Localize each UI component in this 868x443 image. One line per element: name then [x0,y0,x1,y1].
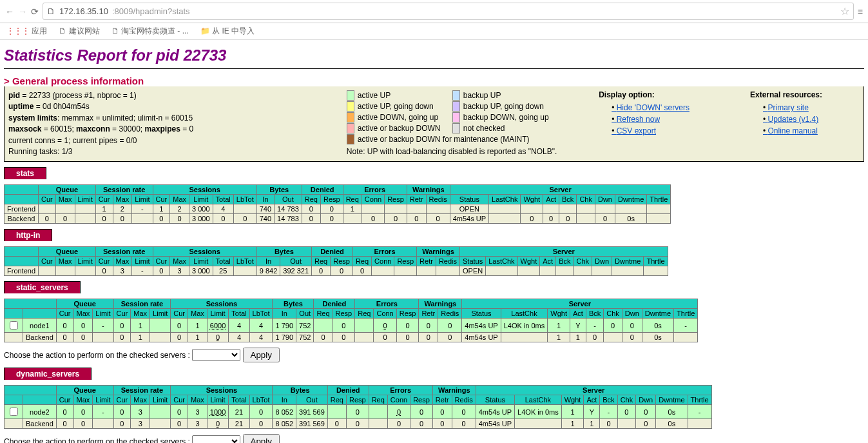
cell: 0 [622,319,642,333]
action-select[interactable] [192,435,240,443]
forward-icon[interactable]: → [18,6,27,17]
col-name [5,195,39,204]
col-group: Server [450,185,671,195]
star-icon[interactable]: ☆ [840,5,849,17]
col-Req: Req [369,395,387,405]
cell: 0 [352,266,371,276]
cell [540,266,556,276]
cell: 0 [56,319,73,333]
menu-icon[interactable]: ≡ [858,6,863,17]
table-title-http-in[interactable]: http-in [4,229,52,241]
row-label[interactable]: Frontend [5,204,39,214]
reload-icon[interactable]: ⟳ [31,6,39,17]
apply-button[interactable]: Apply [243,348,280,362]
cell: - [600,405,617,419]
cell [647,214,671,224]
swatch-bdng [452,112,460,123]
cell: 0 [636,419,656,429]
row-label[interactable]: node1 [23,319,57,333]
col-group: Errors [343,185,407,195]
col-Retr: Retr [419,309,438,319]
col-group: Bytes [273,386,327,395]
cell: 0 [171,333,188,342]
action-select[interactable] [192,349,240,361]
col-Req: Req [302,195,320,204]
col-LastChk: LastChk [501,309,548,319]
row-label[interactable]: Frontend [5,266,39,276]
link-refresh[interactable]: Refresh now [612,113,708,125]
col-LastChk: LastChk [515,395,562,405]
url-bar[interactable]: 🗋 172.16.35.10:8009/hpadmin?stats ☆ [43,3,854,20]
col-Wght: Wght [548,309,570,319]
link-updates[interactable]: Updates (v1.4) [763,113,860,125]
cell: 8 052 [273,419,296,429]
col-Wght: Wght [517,257,540,266]
back-icon[interactable]: ← [5,6,14,17]
cell: 0 [387,405,410,419]
col-group: Bytes [256,247,311,257]
cell: - [93,405,113,419]
cell: 1 [343,204,362,214]
bookmark-1[interactable]: 🗋 建议网站 [59,26,99,37]
apply-button[interactable]: Apply [243,434,280,443]
col-group: Warnings [419,299,462,309]
cell: 4 [229,333,249,342]
link-hide-down[interactable]: Hide 'DOWN' servers [612,102,708,113]
table-row: Backend0001010441 7907520000004m54s UP11… [5,333,698,342]
link-csv[interactable]: CSV export [612,125,708,137]
row-label[interactable]: Backend [23,333,57,342]
bookmark-2[interactable]: 🗋 淘宝网特卖频道 - ... [111,26,189,37]
row-label[interactable]: node2 [23,405,57,419]
link-primary[interactable]: Primary site [763,102,860,113]
col-group: Sessions [171,299,273,309]
row-label[interactable]: Backend [5,214,39,224]
cell: L4OK in 0ms [501,319,548,333]
cell [75,204,95,214]
table-title-dynamic_servers[interactable]: dynamic_servers [4,368,92,380]
col-Redis: Redis [436,257,459,266]
cell [556,266,574,276]
row-label[interactable]: Backend [23,419,57,429]
col-Cur: Cur [113,309,131,319]
cell: 0 [595,214,615,224]
link-manual[interactable]: Online manual [763,125,860,137]
table-title-static_servers[interactable]: static_servers [4,281,81,293]
cell: 3 [113,266,132,276]
external-resources: External resources: Primary site Updates… [750,90,860,137]
col-In: In [273,395,296,405]
col-In: In [256,257,280,266]
col-Cur: Cur [95,257,113,266]
cell: 0 [374,319,396,333]
col-Max: Max [170,195,189,204]
col-Max: Max [73,395,93,405]
cell: 0 [320,214,343,224]
col-group: Sessions [153,185,256,195]
cell: - [132,204,153,214]
col-name [23,395,57,405]
cell: 0 [55,214,75,224]
cell: 0 [249,419,273,429]
col-group: Queue [39,247,96,257]
apps-button[interactable]: ⋮⋮⋮ 应用 [6,26,47,37]
cell: 0 [385,214,407,224]
col-Limit: Limit [75,257,95,266]
col-Retr: Retr [432,395,452,405]
cell: 1 [131,333,150,342]
col-Dwntme: Dwntme [615,195,646,204]
bookmark-folder[interactable]: 📁 从 IE 中导入 [200,26,255,37]
col-Act: Act [540,257,556,266]
cell [647,204,671,214]
row-checkbox[interactable] [10,321,18,330]
col-Status: Status [450,195,488,204]
row-checkbox[interactable] [10,408,18,416]
cell: 21 [229,419,249,429]
cell [407,204,426,214]
cell: Y [570,319,586,333]
table-title-stats[interactable]: stats [4,167,46,179]
cell: 0 [604,319,622,333]
cell: 0 [207,419,228,429]
action-line: Choose the action to perform on the chec… [4,434,864,443]
cell: 25 [213,266,233,276]
col-group: Warnings [432,386,476,395]
cell: 392 321 [280,266,312,276]
